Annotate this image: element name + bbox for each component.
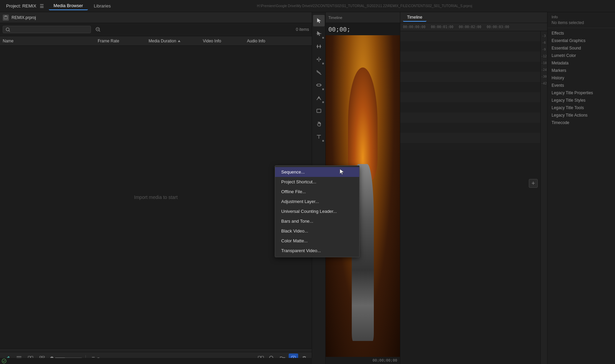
col-header-videoinfo[interactable]: Video Info — [203, 39, 247, 43]
no-selection-text: No items selected — [552, 20, 611, 25]
events-item[interactable]: Events — [547, 82, 615, 89]
context-menu-item-adjustment-layer[interactable]: Adjustment Layer... — [275, 197, 359, 206]
legacy-title-actions-item[interactable]: Legacy Title Actions — [547, 112, 615, 119]
timeline-tab[interactable]: Timeline — [403, 14, 426, 22]
svg-marker-31 — [317, 18, 321, 23]
svg-line-5 — [99, 31, 100, 32]
file-path: H:\Premiere\Google Drive\My Drive\#22\CO… — [117, 4, 612, 8]
timecode-display: 00;00; — [326, 23, 400, 35]
hand-tool[interactable] — [313, 118, 325, 129]
timeline-area: Timeline 00:00:00:00 00:00:01:00 00:00:0… — [400, 12, 547, 364]
lumetri-color-item[interactable]: Lumetri Color — [547, 52, 615, 59]
col-header-name[interactable]: Name — [3, 39, 98, 43]
context-menu-item-bars-and-tone[interactable]: Bars and Tone... — [275, 216, 359, 226]
svg-rect-43 — [317, 84, 321, 86]
track-select-tool[interactable] — [313, 28, 325, 39]
svg-marker-41 — [320, 58, 321, 60]
add-panel-button[interactable]: + — [529, 179, 538, 188]
context-menu-item-universal-counting[interactable]: Universal Counting Leader... — [275, 206, 359, 216]
find-bin-button[interactable] — [94, 25, 102, 34]
media-browser-tab[interactable]: Media Browser — [49, 2, 88, 10]
ripple-edit-tool[interactable] — [313, 41, 325, 52]
col-header-audioinfo[interactable]: Audio Info — [247, 39, 288, 43]
pen-tool[interactable] — [313, 92, 325, 104]
type-indicator — [322, 140, 324, 142]
timeline-header: Timeline — [400, 12, 547, 23]
timecode-bottom: 00;00;00;00 — [326, 357, 400, 364]
svg-rect-33 — [316, 33, 322, 34]
timecode-item[interactable]: Timecode — [547, 119, 615, 126]
info-section: Info No items selected — [547, 12, 615, 28]
razor-tool[interactable] — [313, 66, 325, 78]
right-sidebar: Info No items selected Effects Essential… — [547, 12, 615, 364]
panels-section: Effects Essential Graphics Essential Sou… — [547, 28, 615, 128]
col-header-duration[interactable]: Media Duration — [149, 39, 203, 43]
rolling-indicator — [322, 63, 324, 64]
sort-indicator — [177, 39, 181, 43]
timeline-tracks — [400, 31, 547, 150]
slip-indicator — [322, 88, 324, 90]
legacy-title-properties-item[interactable]: Legacy Title Properties — [547, 89, 615, 97]
items-count: 0 items — [296, 27, 309, 32]
search-input[interactable] — [12, 27, 87, 32]
svg-marker-40 — [316, 58, 318, 60]
context-menu-item-sequence[interactable]: Sequence... — [275, 167, 359, 177]
svg-marker-7 — [178, 40, 180, 42]
svg-point-2 — [6, 28, 9, 31]
libraries-tab[interactable]: Libraries — [89, 2, 116, 10]
project-title: Project: REMIX — [6, 3, 36, 8]
svg-marker-38 — [320, 45, 321, 47]
svg-marker-37 — [316, 45, 318, 47]
essential-sound-item[interactable]: Essential Sound — [547, 44, 615, 52]
search-bar: 0 items — [0, 23, 312, 36]
essential-graphics-item[interactable]: Essential Graphics — [547, 37, 615, 44]
svg-rect-0 — [4, 16, 7, 19]
selection-tool[interactable] — [313, 15, 325, 26]
markers-item[interactable]: Markers — [547, 67, 615, 74]
context-menu-item-offline-file[interactable]: Offline File... — [275, 187, 359, 197]
type-tool[interactable] — [313, 131, 325, 142]
svg-rect-47 — [317, 109, 321, 113]
legacy-title-tools-item[interactable]: Legacy Title Tools — [547, 104, 615, 112]
svg-rect-1 — [5, 16, 7, 17]
project-panel-icon — [3, 15, 9, 21]
hamburger-icon[interactable]: ☰ — [40, 3, 44, 9]
timeline-label: Timeline — [328, 16, 342, 20]
column-headers: Name Frame Rate Media Duration Video Inf… — [0, 36, 312, 46]
svg-line-42 — [320, 74, 321, 75]
context-menu-item-transparent-video[interactable]: Transparent Video... — [275, 246, 359, 256]
context-menu: Sequence... Project Shortcut... Offline … — [275, 165, 360, 257]
horizontal-scrollbar[interactable] — [0, 348, 312, 352]
effects-panel-item[interactable]: Effects — [547, 29, 615, 37]
status-icon[interactable] — [1, 358, 7, 364]
slip-tool[interactable] — [313, 79, 325, 91]
rolling-edit-tool[interactable] — [313, 54, 325, 65]
context-menu-item-project-shortcut[interactable]: Project Shortcut... — [275, 177, 359, 187]
svg-rect-6 — [97, 29, 99, 29]
context-menu-item-black-video[interactable]: Black Video... — [275, 226, 359, 236]
svg-marker-45 — [321, 84, 322, 86]
svg-rect-17 — [42, 356, 44, 358]
empty-message: Import media to start — [134, 195, 177, 200]
svg-marker-44 — [316, 84, 317, 86]
search-input-wrap[interactable] — [3, 26, 91, 33]
project-tab[interactable]: Project: REMIX ☰ — [3, 2, 47, 10]
history-item[interactable]: History — [547, 74, 615, 82]
svg-line-3 — [9, 31, 10, 32]
col-header-framerate[interactable]: Frame Rate — [98, 39, 149, 43]
top-bar: Project: REMIX ☰ Media Browser Libraries… — [0, 0, 615, 12]
metadata-item[interactable]: Metadata — [547, 59, 615, 67]
legacy-title-styles-item[interactable]: Legacy Title Styles — [547, 97, 615, 104]
pen-indicator — [322, 101, 324, 103]
search-icon — [6, 27, 10, 32]
timeline-ruler: 00:00:00:00 00:00:01:00 00:00:02:00 00:0… — [400, 23, 547, 31]
project-panel: REMIX.prproj 0 items Name — [0, 12, 312, 364]
panel-header: REMIX.prproj — [0, 12, 312, 23]
preview-panel-header: Timeline — [326, 12, 400, 23]
context-menu-item-color-matte[interactable]: Color Matte... — [275, 236, 359, 246]
svg-rect-16 — [40, 356, 41, 358]
bottom-gutter — [0, 358, 312, 364]
timeline-number-scale: -3 -6 -9 -12 -18 -24 -30 -42 — [540, 31, 547, 364]
track-select-indicator — [322, 37, 324, 39]
rectangle-tool[interactable] — [313, 105, 325, 117]
